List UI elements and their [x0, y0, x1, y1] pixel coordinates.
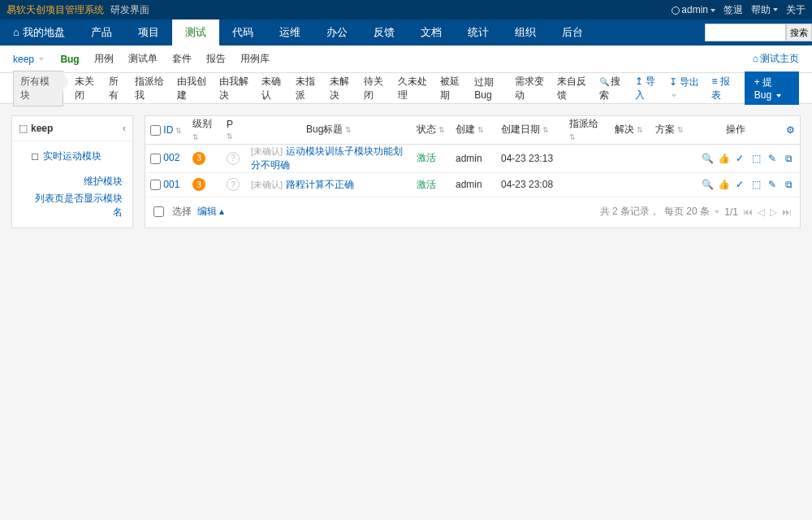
tab-suite[interactable]: 套件 — [172, 52, 192, 66]
filter-bar: 所有模块 未关闭 所有 指派给我 由我创建 由我解决 未确认 未指派 未解决 待… — [0, 73, 812, 104]
filter-unconfirmed[interactable]: 未确认 — [261, 75, 286, 102]
bug-table: ID 级别 P Bug标题 状态 创建 创建日期 指派给 解决 方案 操作 ⚙ … — [145, 116, 800, 197]
filter-search[interactable]: 搜索 — [599, 75, 625, 102]
qa-home-link[interactable]: 测试主页 — [753, 52, 799, 66]
bug-id-link[interactable]: 001 — [163, 179, 179, 190]
pager-total: 共 2 条记录， — [600, 205, 659, 219]
tab-caselib[interactable]: 用例库 — [240, 52, 270, 66]
filter-fromfeedback[interactable]: 来自反馈 — [557, 75, 590, 102]
pager-prev-icon[interactable]: ◁ — [758, 206, 765, 218]
nav-code[interactable]: 代码 — [219, 20, 266, 46]
global-search-button[interactable]: 搜索 — [786, 24, 812, 41]
brand-title: 易软天创项目管理系统 — [6, 3, 104, 17]
close-icon[interactable]: ⬚ — [749, 153, 762, 164]
global-search-input[interactable] — [705, 24, 786, 41]
nav-qa[interactable]: 测试 — [172, 20, 219, 46]
nav-feedback[interactable]: 反馈 — [361, 20, 408, 46]
export-button[interactable]: 导出 — [669, 76, 700, 101]
pager-last-icon[interactable]: ⏭ — [782, 206, 792, 218]
col-opendate[interactable]: 创建日期 — [496, 116, 564, 144]
nav-oa[interactable]: 办公 — [313, 20, 361, 46]
col-severity[interactable]: 级别 — [188, 116, 222, 144]
cell-resolved — [610, 144, 650, 172]
nav-home[interactable]: 我的地盘 — [0, 20, 78, 46]
nav-org[interactable]: 组织 — [502, 20, 549, 46]
about-link[interactable]: 关于 — [786, 3, 806, 17]
cell-actions: 🔍👍✓⬚✎⧉ — [691, 144, 800, 172]
user-menu[interactable]: admin — [672, 4, 715, 15]
filter-unresolved[interactable]: 未解决 — [330, 75, 354, 102]
filter-overdue[interactable]: 过期Bug — [474, 76, 505, 101]
pager-perpage[interactable]: 每页 20 条 — [664, 205, 719, 219]
module-link[interactable]: 实时运动模块 — [19, 148, 126, 165]
filter-postponed[interactable]: 被延期 — [440, 75, 464, 102]
caret-down-icon — [710, 9, 715, 12]
tab-report[interactable]: 报告 — [206, 52, 226, 66]
assign-icon[interactable]: 👍 — [717, 153, 730, 164]
user-area: admin 签退 帮助 关于 — [672, 3, 806, 17]
tab-bug[interactable]: Bug — [60, 54, 79, 65]
filter-byme[interactable]: 由我创建 — [177, 75, 209, 102]
import-button[interactable]: 导入 — [635, 75, 659, 102]
col-assigned[interactable]: 指派给 — [564, 116, 610, 144]
filter-unclosed[interactable]: 未关闭 — [75, 75, 99, 102]
nav-project[interactable]: 项目 — [125, 20, 172, 46]
assign-icon[interactable]: 👍 — [717, 179, 730, 190]
col-id[interactable]: ID — [145, 116, 188, 144]
bug-id-link[interactable]: 002 — [163, 152, 179, 163]
filter-longlife[interactable]: 久未处理 — [398, 75, 430, 102]
row-checkbox[interactable] — [150, 154, 161, 164]
cube-icon — [19, 123, 31, 134]
footer-select-all[interactable] — [153, 206, 164, 217]
nav-report[interactable]: 统计 — [455, 20, 502, 46]
col-resolved[interactable]: 解决 — [610, 116, 650, 144]
gear-icon[interactable]: ⚙ — [786, 124, 795, 136]
create-bug-button[interactable]: 提Bug — [745, 72, 799, 105]
col-config[interactable]: ⚙ — [780, 116, 800, 144]
table-row: 0013?[未确认]路程计算不正确激活admin04-23 23:08🔍👍✓⬚✎… — [145, 172, 800, 197]
filter-needconfirm[interactable]: 需求变动 — [515, 75, 547, 102]
nav-product[interactable]: 产品 — [78, 20, 125, 46]
filter-resolvedbyme[interactable]: 由我解决 — [219, 75, 252, 102]
toggle-module-col-link[interactable]: 列表页是否显示模块名 — [19, 190, 126, 221]
resolve-icon[interactable]: ✓ — [733, 179, 746, 190]
col-opened[interactable]: 创建 — [451, 116, 496, 144]
filter-tome[interactable]: 指派给我 — [135, 75, 167, 102]
col-resolution[interactable]: 方案 — [650, 116, 691, 144]
report-button[interactable]: 报表 — [711, 75, 732, 102]
maintain-module-link[interactable]: 维护模块 — [19, 173, 126, 190]
copy-icon[interactable]: ⧉ — [782, 179, 795, 190]
module-sidebar: keep ‹ 实时运动模块 维护模块 列表页是否显示模块名 — [11, 115, 133, 228]
module-chip[interactable]: 所有模块 — [13, 71, 63, 106]
pager-next-icon[interactable]: ▷ — [770, 206, 777, 218]
project-selector[interactable]: keep — [13, 54, 44, 65]
main-nav: 我的地盘 产品 项目 测试 代码 运维 办公 反馈 文档 统计 组织 后台 搜索 — [0, 20, 812, 46]
nav-ops[interactable]: 运维 — [266, 20, 313, 46]
select-all-checkbox[interactable] — [150, 125, 161, 136]
help-link[interactable]: 帮助 — [751, 3, 778, 17]
filter-unassigned[interactable]: 未指派 — [296, 75, 320, 102]
nav-doc[interactable]: 文档 — [408, 20, 455, 46]
edit-icon[interactable]: ✎ — [766, 153, 779, 164]
col-title[interactable]: Bug标题 — [246, 116, 412, 144]
filter-all[interactable]: 所有 — [109, 75, 125, 102]
tab-testtask[interactable]: 测试单 — [128, 52, 158, 66]
col-status[interactable]: 状态 — [412, 116, 451, 144]
tab-case[interactable]: 用例 — [94, 52, 114, 66]
resolve-icon[interactable]: ✓ — [733, 153, 746, 164]
edit-icon[interactable]: ✎ — [766, 179, 779, 190]
row-checkbox[interactable] — [150, 180, 161, 190]
nav-admin[interactable]: 后台 — [549, 20, 596, 46]
col-pri[interactable]: P — [222, 116, 246, 144]
logout-link[interactable]: 签退 — [723, 3, 743, 17]
bug-title-link[interactable]: 路程计算不正确 — [286, 179, 354, 190]
sidebar-collapse-icon[interactable]: ‹ — [123, 123, 126, 134]
table-row: 0023?[未确认]运动模块训练子模块功能划分不明确激活admin04-23 2… — [145, 144, 800, 172]
confirm-icon[interactable]: 🔍 — [701, 179, 714, 190]
filter-toclose[interactable]: 待关闭 — [364, 75, 388, 102]
copy-icon[interactable]: ⧉ — [782, 153, 795, 164]
close-icon[interactable]: ⬚ — [749, 179, 762, 190]
confirm-icon[interactable]: 🔍 — [701, 153, 714, 164]
pager-first-icon[interactable]: ⏮ — [743, 206, 753, 218]
batch-edit-link[interactable]: 编辑 ▴ — [197, 205, 224, 219]
